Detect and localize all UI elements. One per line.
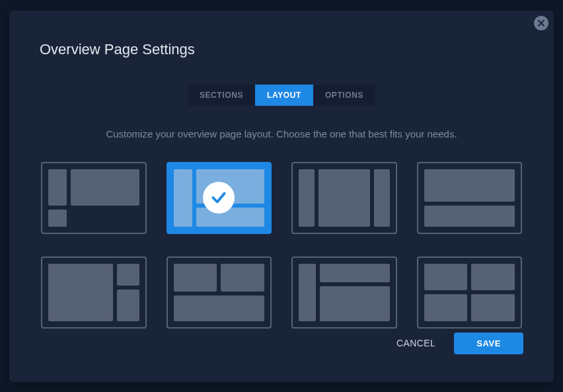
layout-block [174,169,192,227]
layout-block [299,264,316,321]
layout-option-3[interactable] [291,162,397,234]
layout-block [424,206,515,226]
layout-block [48,210,67,227]
layout-block [320,286,390,321]
layout-block [174,264,217,292]
layout-block [319,169,370,227]
modal-footer: CANCEL SAVE [396,333,523,354]
tabs-container: SECTIONS LAYOUT OPTIONS [40,85,523,106]
layout-option-8[interactable] [417,256,523,329]
layout-block [424,264,468,291]
save-button[interactable]: SAVE [454,333,523,354]
tabs: SECTIONS LAYOUT OPTIONS [188,85,375,106]
layout-grid [40,162,523,329]
layout-block [48,169,67,206]
modal-title: Overview Page Settings [40,41,523,58]
layout-block [221,264,264,292]
layout-option-4[interactable] [417,162,523,234]
layout-option-2[interactable] [167,162,272,234]
layout-block [299,169,315,227]
tab-sections[interactable]: SECTIONS [188,85,255,106]
cancel-button[interactable]: CANCEL [396,338,435,348]
selected-checkmark [203,182,235,214]
layout-block [117,290,139,321]
layout-block [424,294,468,321]
close-icon [537,19,545,27]
layout-block [471,294,515,321]
tab-layout[interactable]: LAYOUT [255,85,313,106]
settings-modal: Overview Page Settings SECTIONS LAYOUT O… [9,11,554,382]
layout-block [196,208,265,227]
description-text: Customize your overview page layout. Cho… [40,128,523,139]
tab-options[interactable]: OPTIONS [313,85,375,106]
layout-block [117,264,139,286]
layout-block [48,264,113,321]
layout-block [71,169,139,206]
close-button[interactable] [534,16,548,30]
layout-block [424,169,515,202]
layout-block [374,169,390,227]
layout-option-7[interactable] [291,256,397,329]
layout-option-1[interactable] [41,162,147,234]
check-icon [210,189,227,206]
layout-block [174,295,265,321]
layout-option-6[interactable] [167,256,272,329]
layout-option-5[interactable] [41,256,147,329]
layout-block [471,264,515,291]
layout-block [320,264,390,283]
